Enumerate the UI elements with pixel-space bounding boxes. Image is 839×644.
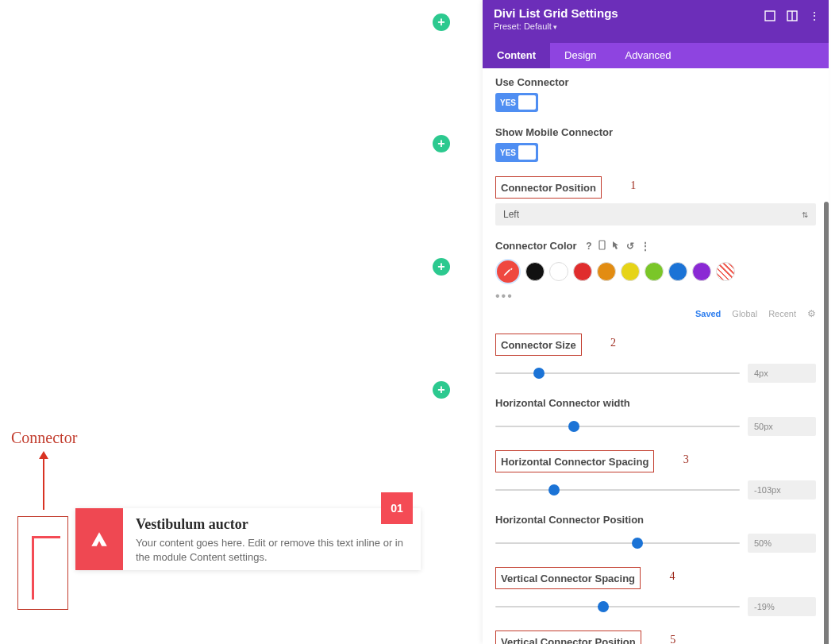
add-section-button[interactable]: + xyxy=(433,13,450,31)
help-icon[interactable]: ? xyxy=(586,241,591,252)
swatch-picker[interactable] xyxy=(495,259,521,284)
preset-dropdown[interactable]: Preset: Default xyxy=(494,21,818,31)
h-spacing-value[interactable]: -103px xyxy=(748,480,816,499)
more-swatches[interactable]: ••• xyxy=(495,289,816,303)
annotation-num-5: 5 xyxy=(670,631,675,644)
tab-content[interactable]: Content xyxy=(483,43,550,68)
setting-v-position: Vertical Connector Position 5 49px xyxy=(495,631,816,644)
v-position-label: Vertical Connector Position xyxy=(501,636,636,644)
h-position-label: Horizontal Connector Position xyxy=(495,514,816,526)
color-swatches xyxy=(495,259,816,284)
plus-icon: + xyxy=(437,260,445,274)
setting-connector-position: Connector Position 1 Left ⇅ xyxy=(495,176,816,226)
card-logo-icon xyxy=(75,508,123,570)
setting-v-spacing: Vertical Connector Spacing 4 -19% xyxy=(495,567,816,616)
swatch-yellow[interactable] xyxy=(621,262,640,281)
columns-icon[interactable] xyxy=(786,10,799,22)
card-title: Vestibulum auctor xyxy=(136,516,408,533)
card-description: Your content goes here. Edit or remove t… xyxy=(136,536,408,565)
setting-show-mobile: Show Mobile Connector YES xyxy=(495,126,816,162)
annotation-num-1: 1 xyxy=(630,176,636,192)
swatch-green[interactable] xyxy=(645,262,664,281)
connector-position-value: Left xyxy=(503,209,519,220)
setting-h-position: Horizontal Connector Position 50% xyxy=(495,514,816,553)
h-width-slider[interactable] xyxy=(495,426,740,427)
card-number-badge: 01 xyxy=(381,492,413,524)
palette-tab-global[interactable]: Global xyxy=(732,309,757,318)
card-body: Vestibulum auctor Your content goes here… xyxy=(123,508,421,570)
chevron-updown-icon: ⇅ xyxy=(802,210,808,219)
panel-header-actions: ⋮ xyxy=(764,10,821,22)
setting-connector-color: Connector Color ? ↺ ⋮ xyxy=(495,240,816,319)
add-section-button[interactable]: + xyxy=(433,135,450,152)
v-spacing-label: Vertical Connector Spacing xyxy=(501,573,635,584)
swatch-orange[interactable] xyxy=(597,262,616,281)
annotation-num-2: 2 xyxy=(610,334,616,349)
palette-tabs: Saved Global Recent ⚙ xyxy=(495,308,816,319)
panel-body: Use Connector YES Show Mobile Connector … xyxy=(483,68,829,644)
connector-position-select[interactable]: Left ⇅ xyxy=(495,203,816,226)
scrollbar[interactable] xyxy=(824,202,829,644)
plus-icon: + xyxy=(437,137,445,151)
h-spacing-label: Horizontal Connector Spacing xyxy=(501,456,648,468)
panel-tabs: Content Design Advanced xyxy=(483,43,829,68)
palette-tab-saved[interactable]: Saved xyxy=(695,309,721,318)
show-mobile-toggle[interactable]: YES xyxy=(495,143,538,162)
setting-use-connector: Use Connector YES xyxy=(495,76,816,112)
connector-position-label: Connector Position xyxy=(501,182,596,194)
setting-h-spacing: Horizontal Connector Spacing 3 -103px xyxy=(495,450,816,499)
settings-panel: Divi List Grid Settings Preset: Default … xyxy=(483,0,829,644)
h-position-slider[interactable] xyxy=(495,542,740,544)
hover-icon[interactable] xyxy=(612,241,620,253)
swatch-blue[interactable] xyxy=(668,262,687,281)
h-position-value[interactable]: 50% xyxy=(748,534,816,553)
svg-rect-0 xyxy=(765,11,775,21)
add-section-button[interactable]: + xyxy=(433,258,450,276)
connector-preview xyxy=(32,536,60,600)
add-section-button[interactable]: + xyxy=(433,381,450,399)
setting-h-width: Horizontal Connector width 50px xyxy=(495,397,816,436)
plus-icon: + xyxy=(437,15,445,29)
tab-design[interactable]: Design xyxy=(550,43,610,68)
builder-canvas: + + + + Connector 01 Vestibulum auctor Y… xyxy=(0,0,483,644)
annotation-num-4: 4 xyxy=(670,567,675,583)
v-spacing-value[interactable]: -19% xyxy=(748,597,816,616)
use-connector-toggle[interactable]: YES xyxy=(495,93,538,112)
annotation-connector-label: Connector xyxy=(11,429,77,447)
list-item-card[interactable]: 01 Vestibulum auctor Your content goes h… xyxy=(75,508,421,570)
show-mobile-label: Show Mobile Connector xyxy=(495,126,816,138)
use-connector-label: Use Connector xyxy=(495,76,816,88)
swatch-white[interactable] xyxy=(549,262,568,281)
connector-size-slider[interactable] xyxy=(495,372,740,374)
swatch-red[interactable] xyxy=(573,262,592,281)
h-width-label: Horizontal Connector width xyxy=(495,397,816,409)
v-spacing-slider[interactable] xyxy=(495,606,740,607)
plus-icon: + xyxy=(437,383,445,397)
palette-tab-recent[interactable]: Recent xyxy=(768,309,796,318)
expand-icon[interactable] xyxy=(764,10,776,22)
swatch-purple[interactable] xyxy=(692,262,711,281)
h-spacing-slider[interactable] xyxy=(495,489,740,491)
setting-connector-size: Connector Size 2 4px xyxy=(495,334,816,383)
tab-advanced[interactable]: Advanced xyxy=(611,43,686,68)
svg-rect-3 xyxy=(599,241,605,249)
more-icon[interactable]: ⋮ xyxy=(641,241,650,252)
reset-icon[interactable]: ↺ xyxy=(626,241,634,252)
connector-color-label: Connector Color ? ↺ ⋮ xyxy=(495,240,816,253)
h-width-value[interactable]: 50px xyxy=(748,417,816,436)
annotation-arrow xyxy=(43,453,44,510)
mobile-icon[interactable] xyxy=(598,240,606,253)
swatch-transparent[interactable] xyxy=(716,262,735,281)
panel-header: Divi List Grid Settings Preset: Default … xyxy=(483,0,829,43)
connector-size-label: Connector Size xyxy=(501,339,576,351)
swatch-black[interactable] xyxy=(525,262,545,281)
more-icon[interactable]: ⋮ xyxy=(808,10,821,22)
connector-size-value[interactable]: 4px xyxy=(748,364,816,383)
annotation-num-3: 3 xyxy=(683,450,689,466)
palette-settings-icon[interactable]: ⚙ xyxy=(807,308,816,319)
